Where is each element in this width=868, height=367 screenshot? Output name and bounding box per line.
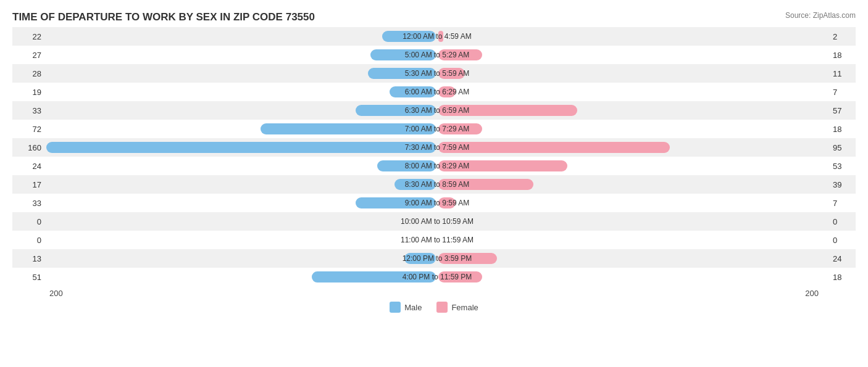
- female-value: 39: [828, 180, 856, 189]
- dual-bar: 6:30 AM to 6:59 AM: [46, 101, 828, 120]
- axis-max: 200: [805, 289, 819, 298]
- male-bar-wrap: [46, 120, 437, 138]
- male-bar-wrap: [46, 194, 437, 212]
- table-row: 1312:00 PM to 3:59 PM24: [12, 249, 856, 268]
- female-bar-wrap: [437, 46, 828, 64]
- legend: Male Female: [12, 302, 856, 313]
- female-bar-wrap: [437, 194, 828, 212]
- male-value: 0: [12, 217, 46, 226]
- table-row: 010:00 AM to 10:59 AM0: [12, 212, 856, 231]
- legend-female: Female: [436, 302, 478, 313]
- male-value: 28: [12, 69, 46, 78]
- male-value: 27: [12, 51, 46, 60]
- male-bar-wrap: [46, 268, 437, 286]
- female-bar: [438, 179, 533, 190]
- female-value: 57: [828, 106, 856, 115]
- female-bar-wrap: [437, 249, 828, 268]
- dual-bar: 11:00 AM to 11:59 AM: [46, 231, 828, 249]
- male-bar-wrap: [46, 138, 437, 157]
- table-row: 336:30 AM to 6:59 AM57: [12, 101, 856, 120]
- female-value: 0: [828, 236, 856, 245]
- male-bar-wrap: [46, 27, 437, 46]
- female-bar-wrap: [437, 268, 828, 286]
- male-value: 33: [12, 106, 46, 115]
- male-bar: [356, 105, 436, 116]
- table-row: 727:00 AM to 7:29 AM18: [12, 120, 856, 138]
- legend-female-box: [436, 302, 448, 313]
- male-bar-wrap: [46, 249, 437, 268]
- female-value: 18: [828, 125, 856, 134]
- dual-bar: 7:30 AM to 7:59 AM: [46, 138, 828, 157]
- chart-container: TIME OF DEPARTURE TO WORK BY SEX IN ZIP …: [0, 0, 868, 367]
- table-row: 178:30 AM to 8:59 AM39: [12, 175, 856, 194]
- table-row: 196:00 AM to 6:29 AM7: [12, 83, 856, 101]
- female-bar: [438, 49, 482, 60]
- axis-labels: 200 200: [12, 286, 856, 298]
- male-value: 24: [12, 162, 46, 171]
- dual-bar: 5:30 AM to 5:59 AM: [46, 64, 828, 83]
- female-bar-wrap: [437, 212, 828, 231]
- male-bar-wrap: [46, 212, 437, 231]
- dual-bar: 5:00 AM to 5:29 AM: [46, 46, 828, 64]
- dual-bar: 12:00 AM to 4:59 AM: [46, 27, 828, 46]
- male-bar: [356, 197, 436, 208]
- female-bar: [438, 86, 456, 97]
- table-row: 514:00 PM to 11:59 PM18: [12, 268, 856, 286]
- female-bar: [438, 105, 577, 116]
- female-bar-wrap: [437, 138, 828, 157]
- female-bar-wrap: [437, 231, 828, 249]
- male-bar-wrap: [46, 46, 437, 64]
- chart-title: TIME OF DEPARTURE TO WORK BY SEX IN ZIP …: [12, 11, 856, 23]
- male-value: 33: [12, 199, 46, 208]
- female-bar-wrap: [437, 175, 828, 194]
- female-bar: [438, 160, 567, 171]
- male-bar: [382, 31, 436, 42]
- female-bar-wrap: [437, 101, 828, 120]
- dual-bar: 7:00 AM to 7:29 AM: [46, 120, 828, 138]
- table-row: 011:00 AM to 11:59 AM0: [12, 231, 856, 249]
- male-bar: [261, 123, 436, 134]
- dual-bar: 12:00 PM to 3:59 PM: [46, 249, 828, 268]
- female-bar: [438, 253, 497, 264]
- female-bar-wrap: [437, 120, 828, 138]
- male-value: 160: [12, 143, 46, 152]
- male-bar-wrap: [46, 101, 437, 120]
- female-bar-wrap: [437, 64, 828, 83]
- female-value: 18: [828, 51, 856, 60]
- male-bar: [368, 68, 436, 79]
- source-label: Source: ZipAtlas.com: [785, 11, 856, 20]
- male-value: 13: [12, 254, 46, 263]
- male-bar: [370, 49, 436, 60]
- male-value: 72: [12, 125, 46, 134]
- chart-inner: 2212:00 AM to 4:59 AM2275:00 AM to 5:29 …: [12, 27, 856, 286]
- male-bar: [390, 86, 436, 97]
- table-row: 248:00 AM to 8:29 AM53: [12, 157, 856, 175]
- female-bar: [438, 197, 456, 208]
- legend-male-box: [390, 302, 401, 313]
- table-row: 275:00 AM to 5:29 AM18: [12, 46, 856, 64]
- male-bar: [377, 160, 436, 171]
- female-bar: [438, 271, 482, 282]
- table-row: 339:00 AM to 9:59 AM7: [12, 194, 856, 212]
- female-value: 24: [828, 254, 856, 263]
- dual-bar: 8:00 AM to 8:29 AM: [46, 157, 828, 175]
- male-bar: [312, 271, 436, 282]
- female-bar-wrap: [437, 83, 828, 101]
- female-value: 18: [828, 273, 856, 282]
- female-value: 11: [828, 69, 856, 78]
- male-bar: [46, 142, 436, 153]
- female-value: 53: [828, 162, 856, 171]
- male-value: 17: [12, 180, 46, 189]
- dual-bar: 8:30 AM to 8:59 AM: [46, 175, 828, 194]
- male-value: 22: [12, 32, 46, 41]
- male-bar-wrap: [46, 231, 437, 249]
- male-bar: [404, 253, 436, 264]
- legend-female-label: Female: [451, 303, 478, 312]
- dual-bar: 10:00 AM to 10:59 AM: [46, 212, 828, 231]
- male-bar-wrap: [46, 175, 437, 194]
- table-row: 1607:30 AM to 7:59 AM95: [12, 138, 856, 157]
- male-bar-wrap: [46, 64, 437, 83]
- female-value: 7: [828, 199, 856, 208]
- male-bar-wrap: [46, 157, 437, 175]
- dual-bar: 4:00 PM to 11:59 PM: [46, 268, 828, 286]
